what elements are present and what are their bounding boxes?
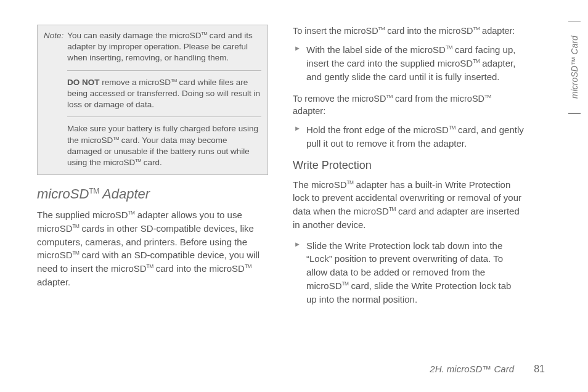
list-item: Hold the front edge of the microSDTM car… (293, 123, 524, 150)
remove-steps: Hold the front edge of the microSDTM car… (293, 123, 524, 150)
note-divider (67, 116, 261, 117)
page-number: 81 (534, 364, 545, 374)
list-item: Slide the Write Protection lock tab down… (293, 239, 524, 306)
remove-lead: To remove the microSDTM card from the mi… (293, 92, 524, 118)
note-label: Note: (44, 30, 63, 64)
insert-lead: To insert the microSDTM card into the mi… (293, 25, 524, 37)
left-column: Note: You can easily damage the microSDT… (37, 25, 268, 314)
note-box: Note: You can easily damage the microSDT… (37, 25, 268, 175)
note-divider (67, 70, 261, 71)
side-tab-label: microSD™ Card (570, 36, 579, 99)
insert-steps: With the label side of the microSDTM car… (293, 43, 524, 83)
side-tab: microSD™ Card (568, 21, 581, 114)
write-protection-steps: Slide the Write Protection lock tab down… (293, 239, 524, 306)
note-paragraph-3: Make sure your battery is fully charged … (67, 123, 261, 168)
adapter-paragraph: The supplied microSDTM adapter allows yo… (37, 208, 268, 289)
footer-section: 2H. microSD™ Card (430, 364, 514, 374)
page-content: Note: You can easily damage the microSDT… (0, 0, 549, 314)
note-paragraph-1: You can easily damage the microSDTM card… (67, 30, 261, 64)
page-footer: 2H. microSD™ Card 81 (430, 364, 545, 375)
note-paragraph-2: DO NOT remove a microSDTM card while fil… (67, 77, 261, 111)
right-column: To insert the microSDTM card into the mi… (293, 25, 524, 314)
write-protection-paragraph: The microSDTM adapter has a built-in Wri… (293, 178, 524, 232)
list-item: With the label side of the microSDTM car… (293, 43, 524, 83)
subsection-heading-write-protection: Write Protection (293, 159, 524, 172)
section-heading-adapter: microSDTM Adapter (37, 186, 268, 202)
note-body: You can easily damage the microSDTM card… (67, 30, 261, 64)
